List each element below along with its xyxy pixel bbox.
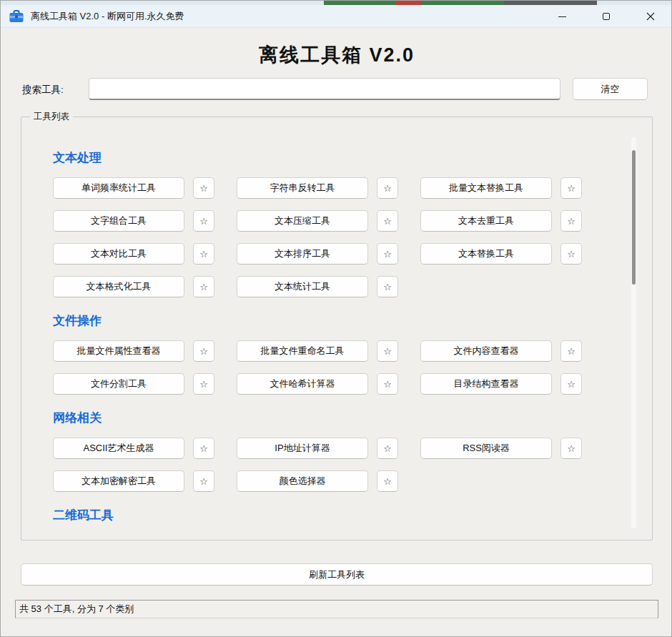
toolbox-icon xyxy=(9,10,24,23)
scrollbar-track[interactable] xyxy=(631,137,636,528)
favorite-star-button[interactable]: ☆ xyxy=(193,210,214,232)
favorite-star-button[interactable]: ☆ xyxy=(560,373,582,395)
tool-cell: 文字组合工具☆ xyxy=(53,210,214,232)
star-icon: ☆ xyxy=(199,249,208,260)
minimize-button[interactable] xyxy=(540,5,584,28)
favorite-star-button[interactable]: ☆ xyxy=(377,340,398,362)
favorite-star-button[interactable]: ☆ xyxy=(193,177,214,199)
star-icon: ☆ xyxy=(383,346,392,357)
star-icon: ☆ xyxy=(199,346,208,357)
star-icon: ☆ xyxy=(383,379,392,390)
minimize-icon xyxy=(558,16,566,17)
star-icon: ☆ xyxy=(383,282,392,292)
favorite-star-button[interactable]: ☆ xyxy=(193,470,214,492)
category-section: 二维码工具 xyxy=(53,508,629,523)
tool-cell: 文本对比工具☆ xyxy=(53,243,214,265)
tool-button[interactable]: 文本加密解密工具 xyxy=(53,470,184,492)
tool-button[interactable]: 文字组合工具 xyxy=(53,210,184,232)
tool-cell: 文本排序工具☆ xyxy=(237,243,398,265)
caption-buttons xyxy=(540,5,672,28)
tool-button[interactable]: IP地址计算器 xyxy=(237,438,368,459)
tool-cell: 目录结构查看器☆ xyxy=(420,373,582,395)
favorite-star-button[interactable]: ☆ xyxy=(193,276,214,297)
tool-cell: RSS阅读器☆ xyxy=(420,438,582,459)
favorite-star-button[interactable]: ☆ xyxy=(377,470,398,492)
tool-button[interactable]: 文本去重工具 xyxy=(420,210,552,232)
favorite-star-button[interactable]: ☆ xyxy=(377,243,398,265)
search-input[interactable] xyxy=(89,78,560,100)
favorite-star-button[interactable]: ☆ xyxy=(193,243,214,265)
favorite-star-button[interactable]: ☆ xyxy=(560,177,582,199)
star-icon: ☆ xyxy=(567,346,575,357)
tool-cell: 字符串反转工具☆ xyxy=(237,177,398,199)
favorite-star-button[interactable]: ☆ xyxy=(560,243,582,265)
star-icon: ☆ xyxy=(567,249,575,260)
favorite-star-button[interactable]: ☆ xyxy=(560,210,582,232)
close-button[interactable] xyxy=(628,5,672,28)
favorite-star-button[interactable]: ☆ xyxy=(377,373,398,395)
favorite-star-button[interactable]: ☆ xyxy=(377,276,398,297)
tool-button[interactable]: 批量文件重命名工具 xyxy=(237,340,368,362)
close-icon xyxy=(646,12,655,21)
status-text: 共 53 个工具, 分为 7 个类别 xyxy=(19,603,134,616)
category-header: 网络相关 xyxy=(53,410,629,426)
tool-button[interactable]: 文件分割工具 xyxy=(53,373,184,395)
search-label: 搜索工具: xyxy=(22,84,64,97)
favorite-star-button[interactable]: ☆ xyxy=(193,373,214,395)
tool-cell: 批量文件属性查看器☆ xyxy=(53,340,214,362)
tool-button[interactable]: RSS阅读器 xyxy=(420,438,552,459)
refresh-button[interactable]: 刷新工具列表 xyxy=(21,563,653,586)
category-header: 文本处理 xyxy=(53,150,629,166)
star-icon: ☆ xyxy=(199,379,208,390)
tool-button[interactable]: 文件哈希计算器 xyxy=(237,373,368,395)
tool-button[interactable]: 批量文本替换工具 xyxy=(420,177,552,199)
tool-button[interactable]: 颜色选择器 xyxy=(237,470,368,492)
tool-button[interactable]: 文本替换工具 xyxy=(420,243,552,265)
star-icon: ☆ xyxy=(199,443,208,454)
tool-button[interactable]: 文本压缩工具 xyxy=(237,210,368,232)
tool-cell: 文件分割工具☆ xyxy=(53,373,214,395)
tool-cell: 颜色选择器☆ xyxy=(237,470,398,492)
clear-button[interactable]: 清空 xyxy=(573,78,648,100)
tool-cell: ASCII艺术生成器☆ xyxy=(53,438,214,459)
star-icon: ☆ xyxy=(567,443,575,454)
favorite-star-button[interactable]: ☆ xyxy=(193,340,214,362)
tool-button[interactable]: 文件内容查看器 xyxy=(420,340,552,362)
favorite-star-button[interactable]: ☆ xyxy=(377,438,398,459)
star-icon: ☆ xyxy=(383,443,392,454)
favorite-star-button[interactable]: ☆ xyxy=(377,177,398,199)
tool-cell: 文本压缩工具☆ xyxy=(237,210,398,232)
tool-cell: 文本格式化工具☆ xyxy=(53,276,214,297)
tool-button[interactable]: 批量文件属性查看器 xyxy=(53,340,184,362)
favorite-star-button[interactable]: ☆ xyxy=(560,340,582,362)
titlebar: 离线工具箱 V2.0 - 断网可用.永久免费 xyxy=(1,5,672,28)
star-icon: ☆ xyxy=(383,216,392,227)
tool-button[interactable]: 文本对比工具 xyxy=(53,243,184,265)
star-icon: ☆ xyxy=(383,476,392,487)
tool-button[interactable]: 文本格式化工具 xyxy=(53,276,184,297)
tool-button[interactable]: 文本统计工具 xyxy=(237,276,368,297)
favorite-star-button[interactable]: ☆ xyxy=(560,438,582,459)
tool-button[interactable]: 目录结构查看器 xyxy=(420,373,552,395)
tool-button[interactable]: 字符串反转工具 xyxy=(237,177,368,199)
maximize-button[interactable] xyxy=(584,5,628,28)
favorite-star-button[interactable]: ☆ xyxy=(193,438,214,459)
tool-cell: IP地址计算器☆ xyxy=(237,438,398,459)
category-header: 二维码工具 xyxy=(53,508,629,523)
star-icon: ☆ xyxy=(383,183,392,194)
scrollbar-thumb[interactable] xyxy=(632,150,636,285)
tool-cell: 文本去重工具☆ xyxy=(420,210,582,232)
star-icon: ☆ xyxy=(383,249,392,260)
star-icon: ☆ xyxy=(567,216,575,227)
tool-cell: 批量文件重命名工具☆ xyxy=(237,340,398,362)
tool-button[interactable]: ASCII艺术生成器 xyxy=(53,438,184,459)
tool-button[interactable]: 单词频率统计工具 xyxy=(53,177,184,199)
maximize-icon xyxy=(603,13,610,20)
tool-cell: 文件哈希计算器☆ xyxy=(237,373,398,395)
status-bar: 共 53 个工具, 分为 7 个类别 xyxy=(15,600,658,618)
tool-list-groupbox: 工具列表 文本处理单词频率统计工具☆字符串反转工具☆批量文本替换工具☆文字组合工… xyxy=(21,117,653,540)
star-icon: ☆ xyxy=(567,183,575,194)
app-window: 离线工具箱 V2.0 - 断网可用.永久免费 离线工具箱 V2.0 搜索工具: … xyxy=(0,0,672,637)
tool-button[interactable]: 文本排序工具 xyxy=(237,243,368,265)
favorite-star-button[interactable]: ☆ xyxy=(377,210,398,232)
